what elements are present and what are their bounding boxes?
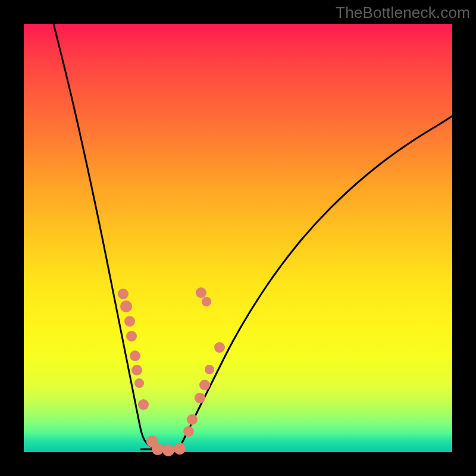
highlight-dot [162, 444, 174, 456]
highlight-dot [152, 443, 164, 455]
highlight-dot [174, 443, 186, 455]
chart-svg [24, 24, 452, 452]
watermark-label: TheBottleneck.com [336, 4, 470, 22]
highlight-dot [214, 342, 225, 353]
highlight-dot [131, 365, 142, 375]
highlight-dots [118, 287, 225, 456]
left-curve [54, 24, 161, 449]
highlight-dot [202, 297, 211, 306]
highlight-dot [195, 393, 205, 403]
highlight-dot [124, 316, 135, 327]
highlight-dot [205, 365, 214, 374]
highlight-dot [130, 350, 140, 361]
highlight-dot [187, 414, 198, 425]
highlight-dot [183, 426, 194, 437]
highlight-dot [196, 287, 206, 298]
highlight-dot [118, 289, 129, 299]
right-curve [178, 114, 455, 449]
highlight-dot [134, 378, 144, 388]
highlight-dot [126, 331, 137, 342]
highlight-dot [199, 380, 210, 390]
highlight-dot [138, 399, 149, 410]
highlight-dot [120, 300, 132, 312]
curve-group [54, 24, 455, 449]
chart-stage: TheBottleneck.com [0, 0, 476, 476]
